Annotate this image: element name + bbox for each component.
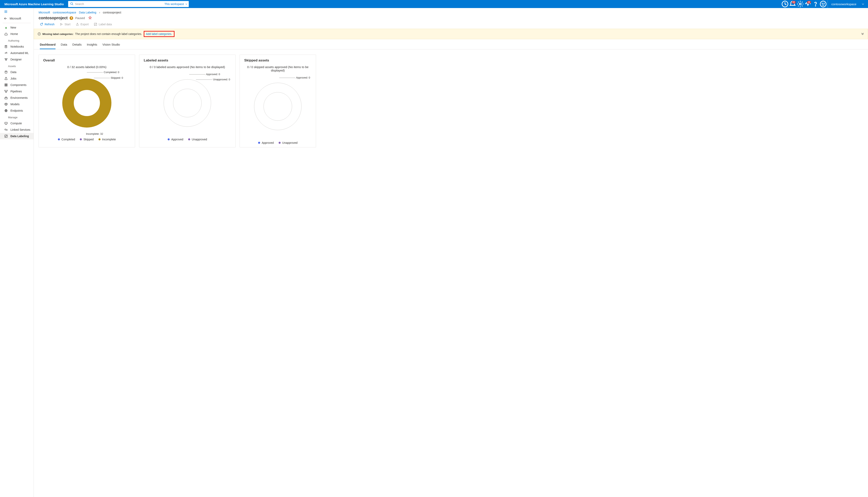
help-icon[interactable] <box>812 0 819 8</box>
sidebar-item-components[interactable]: Components <box>0 82 33 88</box>
sidebar-item-models[interactable]: Models <box>0 101 33 108</box>
alert-label: Missing label categories: <box>42 32 73 36</box>
sidebar-item-jobs[interactable]: Jobs <box>0 75 33 82</box>
svg-marker-32 <box>60 23 62 25</box>
tab-dashboard[interactable]: Dashboard <box>40 43 55 49</box>
skipped-donut-chart: Approved: 0 <box>244 73 312 140</box>
svg-point-24 <box>7 90 8 91</box>
workspace-switcher[interactable]: contosoworkspace <box>828 0 868 8</box>
sidebar-item-label: Home <box>11 32 18 36</box>
sidebar-item-automated-ml[interactable]: Automated ML <box>0 50 33 56</box>
sidebar-section-assets: Assets <box>0 63 33 69</box>
donut-empty-icon <box>254 83 302 130</box>
svg-rect-21 <box>5 85 6 86</box>
recent-icon[interactable] <box>781 0 789 8</box>
card-title: Skipped assets <box>244 58 312 62</box>
action-label: Refresh <box>45 23 54 26</box>
chevron-down-icon <box>185 3 188 5</box>
card-subtitle: 0 / 0 skipped assets approved (No items … <box>244 65 312 72</box>
environments-icon <box>4 96 8 99</box>
alert-collapse-button[interactable] <box>861 32 864 36</box>
legend-labeled: Approved Unapproved <box>144 136 231 141</box>
svg-rect-26 <box>5 98 7 99</box>
settings-icon[interactable] <box>797 0 804 8</box>
breadcrumb-area[interactable]: Data Labeling <box>79 11 96 14</box>
svg-point-18 <box>5 71 7 72</box>
data-icon <box>4 70 8 74</box>
tab-data[interactable]: Data <box>61 43 67 49</box>
sidebar-item-environments[interactable]: Environments <box>0 95 33 101</box>
sidebar-item-endpoints[interactable]: Endpoints <box>0 108 33 114</box>
sidebar-item-label: Designer <box>11 58 22 61</box>
add-label-categories-link[interactable]: Add label categories. <box>146 32 172 36</box>
info-icon <box>38 32 41 36</box>
pause-icon: Ⅱ <box>70 16 73 20</box>
designer-icon <box>4 58 8 61</box>
legend-item: Unapproved <box>279 141 298 144</box>
workspace-name: contosoworkspace <box>831 2 856 6</box>
sidebar-item-notebooks[interactable]: Notebooks <box>0 43 33 50</box>
action-label: Label data <box>99 23 112 26</box>
label-icon <box>94 23 97 26</box>
sidebar-section-manage: Manage <box>0 114 33 120</box>
legend-skipped: Approved Unapproved <box>244 140 312 144</box>
dashboard-cards: Overall 0 / 32 assets labeled (0.00%) Co… <box>34 49 868 150</box>
svg-rect-28 <box>5 122 7 124</box>
breadcrumb-workspace[interactable]: contosoworkspace <box>53 11 76 14</box>
sidebar-item-label: Components <box>11 83 26 87</box>
sidebar-item-designer[interactable]: Designer <box>0 56 33 63</box>
breadcrumb-root[interactable]: Microsoft <box>39 11 50 14</box>
search-icon <box>70 2 73 6</box>
global-search: This workspace <box>68 1 189 7</box>
sidebar-item-data-labeling[interactable]: Data Labeling <box>0 133 33 139</box>
sidebar-item-label: Linked Services <box>11 128 30 131</box>
sidebar-item-linked-services[interactable]: Linked Services <box>0 127 33 133</box>
search-scope-dropdown[interactable]: This workspace <box>164 2 188 5</box>
diagnostics-badge: 14 <box>807 1 811 4</box>
hamburger-icon <box>4 10 8 13</box>
svg-point-6 <box>820 1 826 7</box>
legend-item: Skipped <box>80 138 94 141</box>
svg-point-23 <box>5 90 5 91</box>
callout-approved: Approved: 0 <box>189 73 220 76</box>
tab-details[interactable]: Details <box>72 43 82 49</box>
sidebar-item-label: Models <box>11 103 19 106</box>
breadcrumb-separator-icon: › <box>99 11 100 14</box>
sidebar-item-home[interactable]: Home <box>0 31 33 37</box>
sidebar-item-label: Notebooks <box>11 45 24 48</box>
sidebar-item-compute[interactable]: Compute <box>0 120 33 127</box>
top-icon-bar: 23 14 <box>781 0 828 8</box>
jobs-icon <box>4 77 8 80</box>
main-content: Microsoft contosoworkspace Data Labeling… <box>34 8 868 497</box>
labeling-icon <box>4 134 8 138</box>
sidebar-back-directory[interactable]: Microsoft <box>0 15 33 22</box>
sidebar-item-pipelines[interactable]: Pipelines <box>0 88 33 95</box>
pipelines-icon <box>4 90 8 93</box>
refresh-button[interactable]: Refresh <box>40 23 54 26</box>
svg-rect-22 <box>6 85 7 86</box>
automl-icon <box>4 52 8 55</box>
legend-item: Completed <box>58 138 75 141</box>
sidebar-item-label: Compute <box>11 122 22 125</box>
start-button[interactable]: Start <box>60 23 71 26</box>
link-icon <box>4 128 8 131</box>
feedback-icon[interactable] <box>819 0 827 8</box>
card-skipped-assets: Skipped assets 0 / 0 skipped assets appr… <box>239 55 316 147</box>
svg-point-15 <box>5 58 5 59</box>
sidebar-item-new[interactable]: + New <box>0 24 33 31</box>
tab-insights[interactable]: Insights <box>87 43 97 49</box>
svg-point-25 <box>6 92 6 93</box>
sidebar-item-data[interactable]: Data <box>0 69 33 75</box>
diagnostics-icon[interactable]: 14 <box>804 0 812 8</box>
components-icon <box>4 83 8 87</box>
export-button[interactable]: Export <box>76 23 89 26</box>
label-data-button[interactable]: Label data <box>94 23 112 26</box>
breadcrumb: Microsoft contosoworkspace Data Labeling… <box>34 8 868 15</box>
tab-vision-studio[interactable]: Vision Studio <box>102 43 120 49</box>
notifications-icon[interactable]: 23 <box>789 0 796 8</box>
sidebar-collapse-button[interactable] <box>0 8 33 15</box>
favorite-button[interactable] <box>88 16 92 20</box>
svg-point-7 <box>822 3 822 4</box>
models-icon <box>4 103 8 106</box>
chevron-down-icon <box>862 3 864 5</box>
